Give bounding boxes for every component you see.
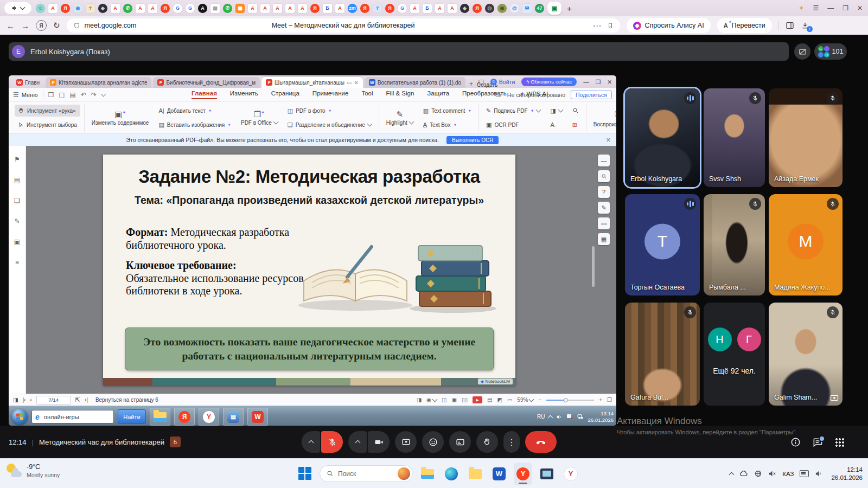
bookmark-panel-icon[interactable]: ⚑ — [14, 156, 20, 163]
forward-button[interactable]: → — [21, 21, 29, 30]
minimize-button[interactable]: — — [827, 4, 834, 12]
alice-spark-icon[interactable]: ✦ — [799, 4, 804, 12]
pinned-tab[interactable]: ✆ — [223, 4, 232, 13]
win7-language-indicator[interactable]: RU — [537, 414, 545, 420]
url-field[interactable]: meet.google.com Meet – Методический час … — [67, 18, 620, 33]
wps-close-button[interactable]: ✕ — [607, 79, 612, 85]
pinned-tab[interactable]: A — [48, 4, 58, 13]
pinned-tab[interactable]: ◈ — [460, 4, 469, 13]
pinned-tab[interactable]: A — [136, 4, 145, 13]
wps-doc-tab-3[interactable]: W Воспитательная работа (1) (1).do — [365, 77, 465, 88]
pinned-tab[interactable]: A — [248, 4, 257, 13]
captions-button[interactable] — [449, 431, 471, 453]
translate-button[interactable]: А✦ Перевести — [717, 18, 772, 33]
grid-view-icon[interactable]: ▦ — [598, 233, 610, 245]
pinned-tab[interactable]: G — [186, 4, 195, 13]
taskbar-edge[interactable] — [442, 463, 461, 485]
participant-tile[interactable]: Айзада Ермек — [769, 88, 843, 187]
pinned-tab[interactable]: A — [410, 4, 419, 13]
end-call-button[interactable] — [525, 431, 557, 453]
taskbar-display-app[interactable] — [538, 463, 556, 485]
edit-content-button[interactable]: ▣✦Изменить содержимое — [88, 110, 152, 126]
wps-ribbon-tab[interactable]: Защита — [427, 90, 449, 99]
back-to-page-link[interactable]: Вернуться на страницу 6 — [95, 397, 158, 403]
thumbnail-view-icon[interactable]: ▤ — [487, 397, 492, 403]
win7-start-button[interactable] — [12, 409, 28, 425]
onedrive-icon[interactable] — [739, 470, 748, 478]
hand-tool-button[interactable]: Инструмент «рука» — [15, 105, 80, 117]
taskbar-yandex-app[interactable]: Y — [561, 463, 580, 485]
more-options-button[interactable]: ⋮ — [503, 431, 520, 453]
change-layout-button[interactable] — [794, 43, 810, 60]
network-icon[interactable] — [754, 470, 762, 478]
mic-toggle-button[interactable] — [321, 431, 343, 453]
pinned-tab[interactable]: ☺ — [36, 4, 45, 13]
wps-ribbon-tab[interactable]: Изменить — [230, 90, 258, 99]
close-button[interactable]: ✕ — [857, 4, 863, 12]
zoom-plus-button[interactable]: + — [599, 397, 602, 403]
start-button[interactable] — [296, 463, 314, 485]
pinned-tab[interactable]: ✝ — [86, 4, 95, 13]
meeting-details-button[interactable] — [790, 437, 801, 447]
ask-alice-button[interactable]: Спросить Алису AI — [627, 18, 711, 33]
wps-update-button[interactable]: ϟОбновить сейчас — [521, 78, 577, 86]
pinned-tab[interactable]: ✆ — [123, 4, 132, 13]
undo-icon[interactable]: ↶ — [81, 91, 86, 99]
pinned-tab[interactable]: Я — [473, 4, 482, 13]
pinned-tab[interactable]: Б — [423, 4, 432, 13]
first-page-button[interactable]: |‹ — [22, 397, 25, 403]
pinned-tab[interactable]: A — [148, 4, 157, 13]
text-box-button[interactable]: A̲Text Box✦ — [420, 119, 475, 131]
pinned-tab[interactable]: A — [448, 4, 457, 13]
pinned-tab[interactable]: Я — [310, 4, 320, 13]
redo-icon[interactable]: ↷ — [91, 91, 97, 99]
win7-find-button[interactable]: Найти — [118, 409, 146, 424]
participant-tile[interactable]: Erbol Koishygara — [625, 88, 700, 187]
layers-panel-icon[interactable]: ≡ — [15, 259, 19, 266]
win7-search-field[interactable]: e — [31, 410, 114, 423]
wps-ribbon-tab[interactable]: Tool — [361, 90, 373, 99]
comments-panel-icon[interactable]: ❏ — [14, 197, 20, 204]
pinned-tab[interactable]: A — [335, 4, 344, 13]
pinned-tab[interactable]: A — [111, 4, 120, 13]
pinned-tab[interactable]: ◉ — [73, 4, 82, 13]
thumbnails-panel-icon[interactable]: ▤ — [14, 176, 20, 184]
add-text-button[interactable]: A|Добавить текст✦ — [155, 105, 234, 117]
pinned-tab[interactable]: A — [435, 4, 444, 13]
search-pdf-button[interactable] — [569, 105, 582, 117]
raise-hand-button[interactable] — [476, 431, 498, 453]
taskbar-file-explorer[interactable] — [418, 463, 437, 485]
mute-icon[interactable] — [768, 470, 776, 478]
pinned-tab[interactable]: A — [260, 4, 270, 13]
tray-chevron-icon[interactable] — [729, 472, 735, 477]
read-mode-button[interactable]: ◉ — [426, 397, 437, 403]
sign-pdf-button[interactable]: ✎Подпись PDF✦ — [483, 105, 544, 117]
annotate-icon[interactable]: ✎ — [598, 202, 610, 214]
save-icon[interactable]: ▢ — [59, 91, 65, 99]
sidebar-toggle-icon[interactable]: ◨ — [13, 397, 18, 403]
wps-window-icon[interactable]: ▢ — [478, 78, 483, 85]
wps-doc-tab-2[interactable]: P Библиотечный_фонд_Цифровая_м — [153, 77, 260, 88]
taskbar-search[interactable]: Поиск — [320, 465, 413, 482]
taskbar-yandex-browser[interactable]: Y — [514, 463, 532, 485]
wps-new-tab-icon[interactable]: + — [469, 80, 473, 88]
wps-restore-button[interactable]: ❐ — [596, 79, 601, 85]
chat-button[interactable] — [813, 437, 823, 447]
present-button[interactable] — [395, 431, 417, 453]
win7-volume-icon[interactable] — [556, 414, 563, 420]
pinned-tab[interactable]: A — [285, 4, 295, 13]
pinned-tab[interactable]: Я — [360, 4, 369, 13]
tab-audio-button[interactable] — [4, 2, 31, 14]
side-panel-icon[interactable] — [786, 21, 794, 30]
stamps-panel-icon[interactable]: ▣ — [14, 238, 20, 246]
page-view-icon[interactable]: ▭ — [598, 217, 610, 229]
close-ocr-bar-icon[interactable]: ✕ — [606, 137, 611, 144]
win7-action-center-icon[interactable]: ✕ — [566, 414, 573, 420]
participant-tile[interactable]: T Торгын Осатаева — [625, 194, 700, 296]
reload-button[interactable]: ↻ — [53, 21, 60, 30]
taskbar-word[interactable]: W — [490, 463, 508, 485]
help-icon[interactable]: ? — [598, 186, 610, 198]
pinned-tab[interactable]: 47 — [535, 4, 544, 13]
pinned-tab[interactable]: ◎ — [485, 4, 494, 13]
win7-clock[interactable]: 13:1426.01.2026 — [588, 410, 614, 423]
